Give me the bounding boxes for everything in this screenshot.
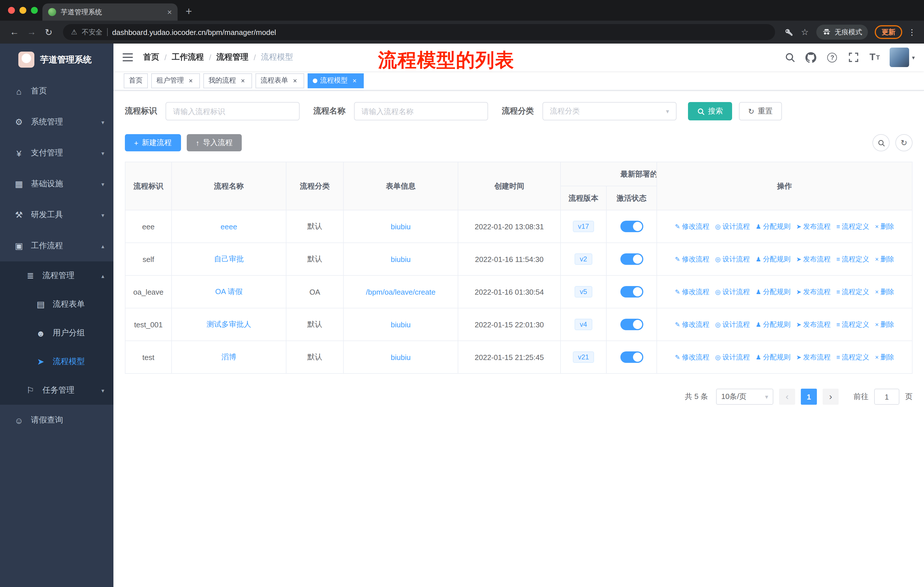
active-toggle[interactable]: [620, 253, 643, 265]
browser-menu-icon[interactable]: ⋮: [908, 28, 916, 37]
version-badge[interactable]: v5: [574, 286, 592, 298]
active-toggle[interactable]: [620, 221, 643, 232]
page-number-button[interactable]: 1: [801, 389, 817, 405]
sidebar-item-dev-tools[interactable]: ⚒ 研发工具 ▾: [0, 200, 114, 230]
sidebar-item-user-group[interactable]: ☻ 用户分组: [0, 319, 114, 347]
form-info-link[interactable]: /bpm/oa/leave/create: [366, 288, 436, 296]
minimize-window-button[interactable]: [20, 7, 26, 14]
security-label[interactable]: 不安全: [82, 27, 102, 37]
process-category-select[interactable]: 流程分类 ▾: [543, 102, 676, 121]
delete-action[interactable]: ×删除: [875, 222, 894, 231]
fullscreen-icon[interactable]: [847, 51, 860, 64]
design-process-action[interactable]: ◎设计流程: [715, 254, 750, 264]
app-logo[interactable]: 芋道管理系统: [0, 43, 114, 76]
modify-process-action[interactable]: ✎修改流程: [675, 287, 709, 297]
tag-close-icon[interactable]: ×: [239, 76, 247, 84]
delete-action[interactable]: ×删除: [875, 287, 894, 297]
publish-process-action[interactable]: ➤发布流程: [796, 352, 831, 362]
process-name-link[interactable]: eeee: [221, 222, 237, 231]
prev-page-button[interactable]: ‹: [779, 389, 795, 405]
github-icon[interactable]: [805, 51, 817, 64]
user-avatar[interactable]: ▾: [889, 48, 915, 67]
version-badge[interactable]: v2: [574, 253, 592, 265]
sidebar-toggle-button[interactable]: [122, 53, 133, 61]
reset-button[interactable]: ↻ 重置: [739, 102, 782, 121]
modify-process-action[interactable]: ✎修改流程: [675, 319, 709, 329]
tag-process-form[interactable]: 流程表单 ×: [256, 73, 304, 88]
assign-rule-action[interactable]: ♟分配规则: [756, 254, 790, 264]
delete-action[interactable]: ×删除: [875, 352, 894, 362]
form-info-link[interactable]: biubiu: [391, 353, 411, 361]
forward-button[interactable]: →: [24, 27, 39, 37]
sidebar-item-leave-query[interactable]: ☺ 请假查询: [0, 405, 114, 436]
form-info-link[interactable]: biubiu: [391, 222, 411, 231]
delete-action[interactable]: ×删除: [875, 319, 894, 329]
delete-action[interactable]: ×删除: [875, 254, 894, 264]
publish-process-action[interactable]: ➤发布流程: [796, 222, 831, 231]
url-text[interactable]: dashboard.yudao.iocoder.cn/bpm/manager/m…: [112, 28, 276, 36]
address-bar[interactable]: ⚠ 不安全 dashboard.yudao.iocoder.cn/bpm/man…: [63, 24, 775, 40]
sidebar-item-home[interactable]: ⌂ 首页: [0, 76, 114, 107]
password-key-icon[interactable]: [782, 28, 796, 37]
version-badge[interactable]: v4: [574, 319, 592, 330]
help-icon[interactable]: ?: [826, 51, 839, 64]
form-info-link[interactable]: biubiu: [391, 320, 411, 329]
tab-close-icon[interactable]: ×: [167, 7, 172, 17]
design-process-action[interactable]: ◎设计流程: [715, 222, 750, 231]
font-size-icon[interactable]: TT: [868, 51, 881, 64]
reload-button[interactable]: ↻: [41, 26, 56, 38]
zoom-window-button[interactable]: [31, 7, 38, 14]
modify-process-action[interactable]: ✎修改流程: [675, 254, 709, 264]
tag-tenant-management[interactable]: 租户管理 ×: [151, 73, 200, 88]
tag-close-icon[interactable]: ×: [351, 76, 359, 84]
new-tab-button[interactable]: +: [186, 3, 192, 20]
import-process-button[interactable]: ↑ 导入流程: [186, 134, 242, 151]
publish-process-action[interactable]: ➤发布流程: [796, 254, 831, 264]
modify-process-action[interactable]: ✎修改流程: [675, 222, 709, 231]
sidebar-item-task-management[interactable]: ⚐ 任务管理 ▾: [0, 376, 114, 405]
close-window-button[interactable]: [8, 7, 15, 14]
back-button[interactable]: ←: [7, 27, 22, 37]
tag-process-model[interactable]: 流程模型 ×: [308, 73, 364, 88]
modify-process-action[interactable]: ✎修改流程: [675, 352, 709, 362]
toggle-search-button[interactable]: [873, 134, 889, 151]
goto-page-input[interactable]: [874, 389, 899, 405]
process-definition-action[interactable]: ≡流程定义: [837, 287, 869, 297]
process-definition-action[interactable]: ≡流程定义: [837, 319, 869, 329]
search-button[interactable]: 搜索: [688, 102, 732, 121]
publish-process-action[interactable]: ➤发布流程: [796, 319, 831, 329]
breadcrumb-workflow[interactable]: 工作流程: [172, 52, 204, 63]
process-key-input[interactable]: [165, 102, 300, 121]
process-definition-action[interactable]: ≡流程定义: [837, 352, 869, 362]
bookmark-star-icon[interactable]: ☆: [798, 27, 812, 37]
form-info-link[interactable]: biubiu: [391, 255, 411, 263]
tag-my-process[interactable]: 我的流程 ×: [203, 73, 252, 88]
sidebar-item-process-model[interactable]: ➤ 流程模型: [0, 347, 114, 376]
design-process-action[interactable]: ◎设计流程: [715, 352, 750, 362]
breadcrumb-process-management[interactable]: 流程管理: [216, 52, 249, 63]
next-page-button[interactable]: ›: [823, 389, 839, 405]
browser-update-button[interactable]: 更新: [875, 25, 902, 39]
version-badge[interactable]: v21: [573, 351, 594, 363]
search-icon[interactable]: [784, 51, 796, 64]
version-badge[interactable]: v17: [573, 221, 594, 232]
sidebar-item-workflow[interactable]: ▣ 工作流程 ▴: [0, 230, 114, 261]
create-process-button[interactable]: + 新建流程: [125, 134, 181, 151]
design-process-action[interactable]: ◎设计流程: [715, 319, 750, 329]
tag-close-icon[interactable]: ×: [187, 76, 195, 84]
refresh-table-button[interactable]: ↻: [895, 134, 912, 151]
design-process-action[interactable]: ◎设计流程: [715, 287, 750, 297]
process-name-link[interactable]: 滔博: [221, 352, 236, 361]
active-toggle[interactable]: [620, 286, 643, 298]
process-name-link[interactable]: OA 请假: [215, 287, 242, 296]
process-definition-action[interactable]: ≡流程定义: [837, 254, 869, 264]
assign-rule-action[interactable]: ♟分配规则: [756, 287, 790, 297]
assign-rule-action[interactable]: ♟分配规则: [756, 319, 790, 329]
sidebar-item-system-management[interactable]: ⚙ 系统管理 ▾: [0, 107, 114, 137]
page-size-select[interactable]: 10条/页 ▾: [716, 389, 773, 405]
active-toggle[interactable]: [620, 351, 643, 363]
assign-rule-action[interactable]: ♟分配规则: [756, 352, 790, 362]
process-name-input[interactable]: [354, 102, 488, 121]
sidebar-item-infrastructure[interactable]: ▦ 基础设施 ▾: [0, 169, 114, 200]
process-name-link[interactable]: 测试多审批人: [206, 320, 251, 329]
